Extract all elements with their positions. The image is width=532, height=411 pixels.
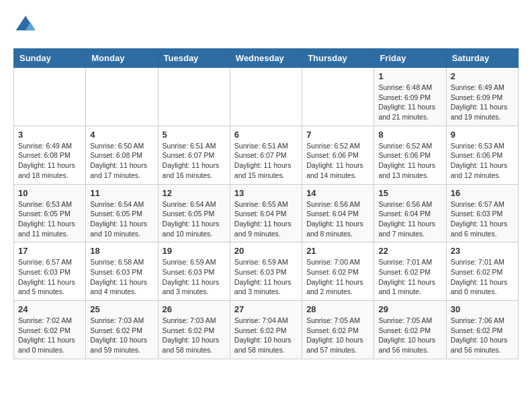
- week-row-5: 24Sunrise: 7:02 AM Sunset: 6:02 PM Dayli…: [14, 301, 519, 359]
- weekday-header-thursday: Thursday: [302, 49, 374, 68]
- week-row-3: 10Sunrise: 6:53 AM Sunset: 6:05 PM Dayli…: [14, 184, 519, 242]
- day-number: 13: [234, 188, 298, 198]
- day-cell: 11Sunrise: 6:54 AM Sunset: 6:05 PM Dayli…: [86, 184, 158, 242]
- day-info: Sunrise: 6:59 AM Sunset: 6:03 PM Dayligh…: [234, 257, 298, 297]
- day-info: Sunrise: 7:06 AM Sunset: 6:02 PM Dayligh…: [451, 316, 514, 355]
- day-info: Sunrise: 6:51 AM Sunset: 6:07 PM Dayligh…: [234, 141, 298, 181]
- day-info: Sunrise: 7:03 AM Sunset: 6:02 PM Dayligh…: [90, 316, 153, 355]
- logo-icon: [13, 13, 38, 38]
- day-info: Sunrise: 7:01 AM Sunset: 6:02 PM Dayligh…: [378, 257, 441, 297]
- day-info: Sunrise: 7:04 AM Sunset: 6:02 PM Dayligh…: [234, 316, 298, 355]
- day-cell: [86, 68, 158, 126]
- day-number: 26: [163, 304, 226, 314]
- day-info: Sunrise: 7:00 AM Sunset: 6:02 PM Dayligh…: [306, 257, 369, 297]
- day-number: 17: [18, 246, 81, 256]
- day-info: Sunrise: 7:05 AM Sunset: 6:02 PM Dayligh…: [378, 316, 441, 355]
- week-row-4: 17Sunrise: 6:57 AM Sunset: 6:03 PM Dayli…: [14, 242, 519, 301]
- day-info: Sunrise: 6:54 AM Sunset: 6:05 PM Dayligh…: [163, 199, 226, 239]
- day-info: Sunrise: 6:58 AM Sunset: 6:03 PM Dayligh…: [90, 257, 153, 297]
- day-cell: 5Sunrise: 6:51 AM Sunset: 6:07 PM Daylig…: [158, 126, 230, 184]
- day-info: Sunrise: 6:59 AM Sunset: 6:03 PM Dayligh…: [163, 257, 226, 297]
- day-info: Sunrise: 6:51 AM Sunset: 6:07 PM Dayligh…: [163, 141, 226, 181]
- day-number: 24: [18, 304, 81, 314]
- day-number: 14: [306, 188, 369, 198]
- day-info: Sunrise: 6:53 AM Sunset: 6:05 PM Dayligh…: [18, 199, 81, 239]
- day-cell: 16Sunrise: 6:57 AM Sunset: 6:03 PM Dayli…: [446, 184, 518, 242]
- day-cell: 1Sunrise: 6:48 AM Sunset: 6:09 PM Daylig…: [374, 68, 446, 126]
- day-number: 1: [378, 71, 441, 81]
- day-cell: 9Sunrise: 6:53 AM Sunset: 6:06 PM Daylig…: [446, 126, 518, 184]
- day-cell: 7Sunrise: 6:52 AM Sunset: 6:06 PM Daylig…: [302, 126, 374, 184]
- day-number: 11: [90, 188, 153, 198]
- day-cell: 15Sunrise: 6:56 AM Sunset: 6:04 PM Dayli…: [374, 184, 446, 242]
- day-cell: [302, 68, 374, 126]
- day-info: Sunrise: 7:05 AM Sunset: 6:02 PM Dayligh…: [306, 316, 369, 355]
- day-cell: 20Sunrise: 6:59 AM Sunset: 6:03 PM Dayli…: [230, 242, 302, 301]
- day-number: 3: [18, 130, 81, 140]
- day-cell: 22Sunrise: 7:01 AM Sunset: 6:02 PM Dayli…: [374, 242, 446, 301]
- day-info: Sunrise: 6:54 AM Sunset: 6:05 PM Dayligh…: [90, 199, 153, 239]
- day-info: Sunrise: 6:57 AM Sunset: 6:03 PM Dayligh…: [451, 199, 514, 239]
- day-number: 2: [451, 71, 514, 81]
- weekday-header-monday: Monday: [86, 49, 158, 68]
- day-cell: 27Sunrise: 7:04 AM Sunset: 6:02 PM Dayli…: [230, 301, 302, 359]
- day-number: 22: [378, 246, 441, 256]
- day-number: 30: [451, 304, 514, 314]
- day-number: 19: [163, 246, 226, 256]
- day-cell: 28Sunrise: 7:05 AM Sunset: 6:02 PM Dayli…: [302, 301, 374, 359]
- logo: [13, 13, 40, 38]
- day-cell: 30Sunrise: 7:06 AM Sunset: 6:02 PM Dayli…: [446, 301, 518, 359]
- day-number: 25: [90, 304, 153, 314]
- weekday-header-tuesday: Tuesday: [158, 49, 230, 68]
- day-cell: 3Sunrise: 6:49 AM Sunset: 6:08 PM Daylig…: [14, 126, 86, 184]
- day-cell: 6Sunrise: 6:51 AM Sunset: 6:07 PM Daylig…: [230, 126, 302, 184]
- day-cell: 26Sunrise: 7:03 AM Sunset: 6:02 PM Dayli…: [158, 301, 230, 359]
- day-info: Sunrise: 6:57 AM Sunset: 6:03 PM Dayligh…: [18, 257, 81, 297]
- day-info: Sunrise: 7:03 AM Sunset: 6:02 PM Dayligh…: [163, 316, 226, 355]
- day-cell: 2Sunrise: 6:49 AM Sunset: 6:09 PM Daylig…: [446, 68, 518, 126]
- weekday-header-sunday: Sunday: [14, 49, 86, 68]
- weekday-header-wednesday: Wednesday: [230, 49, 302, 68]
- day-info: Sunrise: 6:50 AM Sunset: 6:08 PM Dayligh…: [90, 141, 153, 181]
- day-cell: 10Sunrise: 6:53 AM Sunset: 6:05 PM Dayli…: [14, 184, 86, 242]
- weekday-header-friday: Friday: [374, 49, 446, 68]
- day-cell: 8Sunrise: 6:52 AM Sunset: 6:06 PM Daylig…: [374, 126, 446, 184]
- day-cell: 17Sunrise: 6:57 AM Sunset: 6:03 PM Dayli…: [14, 242, 86, 301]
- day-info: Sunrise: 6:49 AM Sunset: 6:08 PM Dayligh…: [18, 141, 81, 181]
- week-row-1: 1Sunrise: 6:48 AM Sunset: 6:09 PM Daylig…: [14, 68, 519, 126]
- day-cell: 29Sunrise: 7:05 AM Sunset: 6:02 PM Dayli…: [374, 301, 446, 359]
- day-info: Sunrise: 6:56 AM Sunset: 6:04 PM Dayligh…: [378, 199, 441, 239]
- day-cell: [14, 68, 86, 126]
- day-number: 20: [234, 246, 298, 256]
- day-cell: 24Sunrise: 7:02 AM Sunset: 6:02 PM Dayli…: [14, 301, 86, 359]
- day-number: 7: [306, 130, 369, 140]
- day-info: Sunrise: 6:49 AM Sunset: 6:09 PM Dayligh…: [451, 83, 514, 122]
- day-number: 23: [451, 246, 514, 256]
- day-number: 18: [90, 246, 153, 256]
- day-cell: 25Sunrise: 7:03 AM Sunset: 6:02 PM Dayli…: [86, 301, 158, 359]
- calendar-table: SundayMondayTuesdayWednesdayThursdayFrid…: [13, 48, 519, 359]
- weekday-header-row: SundayMondayTuesdayWednesdayThursdayFrid…: [14, 49, 519, 68]
- day-info: Sunrise: 7:02 AM Sunset: 6:02 PM Dayligh…: [18, 316, 81, 355]
- day-number: 10: [18, 188, 81, 198]
- day-info: Sunrise: 6:48 AM Sunset: 6:09 PM Dayligh…: [378, 83, 441, 122]
- day-number: 29: [378, 304, 441, 314]
- day-number: 12: [163, 188, 226, 198]
- day-info: Sunrise: 6:52 AM Sunset: 6:06 PM Dayligh…: [378, 141, 441, 181]
- day-cell: 4Sunrise: 6:50 AM Sunset: 6:08 PM Daylig…: [86, 126, 158, 184]
- day-cell: 14Sunrise: 6:56 AM Sunset: 6:04 PM Dayli…: [302, 184, 374, 242]
- day-info: Sunrise: 7:01 AM Sunset: 6:02 PM Dayligh…: [451, 257, 514, 297]
- day-cell: 21Sunrise: 7:00 AM Sunset: 6:02 PM Dayli…: [302, 242, 374, 301]
- day-info: Sunrise: 6:55 AM Sunset: 6:04 PM Dayligh…: [234, 199, 298, 239]
- day-cell: 23Sunrise: 7:01 AM Sunset: 6:02 PM Dayli…: [446, 242, 518, 301]
- day-number: 4: [90, 130, 153, 140]
- day-info: Sunrise: 6:52 AM Sunset: 6:06 PM Dayligh…: [306, 141, 369, 181]
- day-cell: 12Sunrise: 6:54 AM Sunset: 6:05 PM Dayli…: [158, 184, 230, 242]
- day-number: 6: [234, 130, 298, 140]
- day-number: 9: [451, 130, 514, 140]
- page-header: [13, 13, 519, 38]
- day-cell: 13Sunrise: 6:55 AM Sunset: 6:04 PM Dayli…: [230, 184, 302, 242]
- day-number: 16: [451, 188, 514, 198]
- week-row-2: 3Sunrise: 6:49 AM Sunset: 6:08 PM Daylig…: [14, 126, 519, 184]
- day-number: 5: [163, 130, 226, 140]
